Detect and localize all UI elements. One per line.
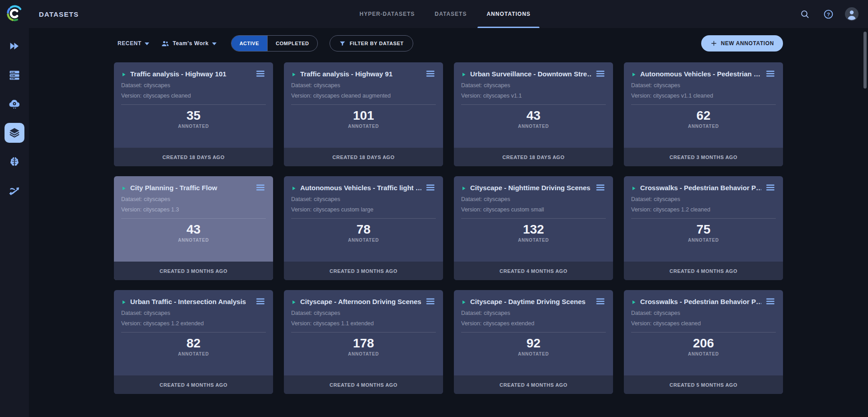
card-menu-button[interactable] [425,183,436,192]
svg-text:?: ? [826,11,830,17]
card-menu-button[interactable] [595,69,606,78]
card-menu-button[interactable] [255,183,266,192]
annotation-card[interactable]: Traffic analysis - Highway 101 Dataset: … [114,62,273,166]
annotation-card[interactable]: Cityscape - Nighttime Driving Scenes Dat… [454,176,613,280]
play-icon [631,299,637,304]
card-body: Cityscape - Daytime Driving Scenes Datas… [454,290,613,356]
scope-label: Team's Work [173,40,209,47]
card-menu-button[interactable] [595,297,606,306]
topbar-actions: ? [797,6,860,22]
card-title-row: Cityscape - Nighttime Driving Scenes [461,183,606,192]
card-menu-button[interactable] [425,69,436,78]
card-title-row: Autonomous Vehicles - Pedestrian … [631,69,776,78]
help-button[interactable]: ? [820,6,836,22]
sort-dropdown[interactable]: RECENT [118,40,149,47]
sidebar-item-pipelines[interactable] [5,181,24,201]
annotation-card[interactable]: Autonomous Vehicles - Pedestrian … Datas… [624,62,783,166]
card-menu-button[interactable] [595,183,606,192]
tab-bar: HYPER-DATASETS DATASETS ANNOTATIONS [359,0,530,28]
toggle-active[interactable]: ACTIVE [231,36,267,51]
annotated-count: 101 [291,108,436,123]
sidebar-nav [5,36,24,201]
card-footer: CREATED 4 MONTHS AGO [454,262,613,280]
annotation-card[interactable]: Urban Traffic - Intersection Analysis Da… [114,290,273,394]
created-label: CREATED 3 MONTHS AGO [670,155,737,160]
sidebar-item-models[interactable] [5,152,24,172]
tab-hyper-datasets[interactable]: HYPER-DATASETS [359,0,415,28]
annotation-title: Cityscape - Afternoon Driving Scenes [300,298,421,305]
team-icon [161,39,170,48]
version-line: Version: cityscapes custom small [461,206,606,213]
card-divider [291,218,436,219]
filter-by-dataset-label: FILTER BY DATASET [350,41,404,46]
annotation-card[interactable]: City Planning - Traffic Flow Dataset: ci… [114,176,273,280]
tab-annotations[interactable]: ANNOTATIONS [486,0,530,28]
play-icon [461,185,467,190]
version-line: Version: cityscapes v1.1 [461,93,606,99]
annotated-label: ANNOTATED [631,124,776,129]
annotation-card[interactable]: Urban Surveillance - Downtown Stre… Data… [454,62,613,166]
card-menu-button[interactable] [765,297,776,306]
annotated-label: ANNOTATED [461,124,606,129]
card-menu-button[interactable] [765,183,776,192]
card-title-row: Urban Surveillance - Downtown Stre… [461,69,606,78]
chevron-down-icon [145,42,149,45]
annotation-card[interactable]: Traffic analysis - Highway 91 Dataset: c… [284,62,443,166]
vertical-scrollbar[interactable] [863,32,867,89]
count-block: 132 ANNOTATED [461,222,606,243]
card-divider [461,104,606,105]
card-footer: CREATED 18 DAYS AGO [454,148,613,166]
annotation-card[interactable]: Cityscape - Afternoon Driving Scenes Dat… [284,290,443,394]
profile-button[interactable] [844,6,860,22]
card-body: Crosswalks - Pedestrian Behavior P… Data… [624,176,783,243]
sidebar-item-workers-queues[interactable] [5,65,24,85]
card-divider [291,332,436,333]
dataset-line: Dataset: cityscapes [291,196,436,202]
annotated-count: 78 [291,222,436,237]
card-title-row: Cityscape - Daytime Driving Scenes [461,297,606,306]
search-icon [800,9,810,19]
version-line: Version: cityscapes 1.1 extended [291,320,436,327]
count-block: 43 ANNOTATED [461,108,606,129]
annotation-title: Urban Surveillance - Downtown Stre… [470,70,591,78]
toggle-completed[interactable]: COMPLETED [267,36,317,51]
hamburger-menu-icon [596,70,605,77]
card-body: Traffic analysis - Highway 91 Dataset: c… [284,62,443,129]
play-icon [291,185,297,190]
created-label: CREATED 18 DAYS AGO [162,155,224,160]
tab-datasets[interactable]: DATASETS [434,0,467,28]
annotated-label: ANNOTATED [631,351,776,356]
scope-dropdown[interactable]: Team's Work [161,39,217,48]
version-line: Version: cityscapes custom large [291,206,436,213]
annotated-label: ANNOTATED [291,351,436,356]
card-menu-button[interactable] [765,69,776,78]
profile-avatar [845,7,859,21]
hamburger-menu-icon [426,184,435,191]
annotation-card[interactable]: Autonomous Vehicles - Traffic light … Da… [284,176,443,280]
sidebar-item-experiments[interactable] [5,36,24,56]
dataset-line: Dataset: cityscapes [461,196,606,202]
sidebar-item-cloud-autoscale[interactable] [5,94,24,114]
card-menu-button[interactable] [255,69,266,78]
count-block: 43 ANNOTATED [121,222,266,243]
filter-by-dataset-button[interactable]: FILTER BY DATASET [330,35,413,52]
card-menu-button[interactable] [255,297,266,306]
card-menu-button[interactable] [425,297,436,306]
clearml-logo[interactable] [5,4,24,23]
annotated-count: 206 [631,336,776,351]
card-title-row: City Planning - Traffic Flow [121,183,266,192]
card-divider [121,332,266,333]
created-label: CREATED 3 MONTHS AGO [160,268,227,274]
card-divider [631,104,776,105]
search-button[interactable] [797,6,813,22]
dataset-line: Dataset: cityscapes [121,196,266,202]
annotation-card[interactable]: Cityscape - Daytime Driving Scenes Datas… [454,290,613,394]
hamburger-menu-icon [256,298,265,305]
annotation-card[interactable]: Crosswalks - Pedestrian Behavior P… Data… [624,290,783,394]
new-annotation-button[interactable]: NEW ANNOTATION [701,35,783,52]
created-label: CREATED 18 DAYS AGO [332,155,394,160]
annotated-count: 132 [461,222,606,237]
card-footer: CREATED 18 DAYS AGO [114,148,273,166]
sidebar-item-datasets[interactable] [5,123,24,143]
annotation-card[interactable]: Crosswalks - Pedestrian Behavior P… Data… [624,176,783,280]
